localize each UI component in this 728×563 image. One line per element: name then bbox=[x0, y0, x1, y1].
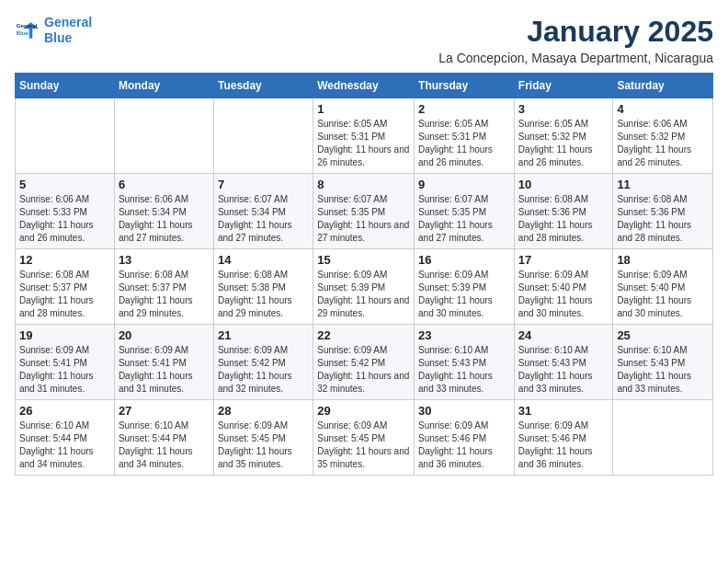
day-number: 17 bbox=[518, 253, 609, 267]
day-cell: 4Sunrise: 6:06 AM Sunset: 5:32 PM Daylig… bbox=[613, 98, 713, 174]
day-number: 23 bbox=[418, 328, 510, 342]
day-info: Sunrise: 6:09 AM Sunset: 5:40 PM Dayligh… bbox=[617, 269, 709, 320]
week-row-3: 12Sunrise: 6:08 AM Sunset: 5:37 PM Dayli… bbox=[16, 249, 713, 325]
day-cell: 7Sunrise: 6:07 AM Sunset: 5:34 PM Daylig… bbox=[213, 174, 313, 249]
header: General Blue General Blue January 2025 L… bbox=[15, 15, 713, 65]
col-header-saturday: Saturday bbox=[613, 74, 713, 98]
day-cell: 17Sunrise: 6:09 AM Sunset: 5:40 PM Dayli… bbox=[514, 249, 613, 325]
day-cell: 18Sunrise: 6:09 AM Sunset: 5:40 PM Dayli… bbox=[613, 249, 713, 325]
logo: General Blue General Blue bbox=[15, 15, 92, 46]
day-number: 2 bbox=[418, 102, 510, 116]
day-number: 14 bbox=[218, 253, 309, 267]
day-cell: 21Sunrise: 6:09 AM Sunset: 5:42 PM Dayli… bbox=[213, 325, 313, 400]
col-header-friday: Friday bbox=[514, 74, 613, 98]
day-info: Sunrise: 6:09 AM Sunset: 5:46 PM Dayligh… bbox=[518, 419, 609, 471]
logo-text: General Blue bbox=[44, 15, 92, 46]
day-number: 12 bbox=[19, 253, 110, 267]
day-number: 3 bbox=[518, 102, 609, 116]
day-number: 22 bbox=[317, 328, 410, 342]
week-row-2: 5Sunrise: 6:06 AM Sunset: 5:33 PM Daylig… bbox=[16, 174, 713, 249]
month-title: January 2025 bbox=[438, 15, 713, 49]
col-header-tuesday: Tuesday bbox=[213, 74, 313, 98]
day-number: 9 bbox=[418, 178, 510, 191]
col-header-monday: Monday bbox=[114, 74, 213, 98]
day-number: 8 bbox=[317, 178, 410, 191]
day-info: Sunrise: 6:05 AM Sunset: 5:31 PM Dayligh… bbox=[418, 118, 510, 169]
col-header-sunday: Sunday bbox=[16, 74, 115, 98]
day-number: 31 bbox=[518, 404, 609, 418]
day-info: Sunrise: 6:09 AM Sunset: 5:41 PM Dayligh… bbox=[119, 344, 210, 396]
day-info: Sunrise: 6:06 AM Sunset: 5:34 PM Dayligh… bbox=[119, 193, 210, 245]
day-cell: 10Sunrise: 6:08 AM Sunset: 5:36 PM Dayli… bbox=[514, 174, 613, 249]
day-cell: 1Sunrise: 6:05 AM Sunset: 5:31 PM Daylig… bbox=[313, 98, 415, 174]
day-cell: 30Sunrise: 6:09 AM Sunset: 5:46 PM Dayli… bbox=[415, 400, 515, 476]
day-info: Sunrise: 6:09 AM Sunset: 5:39 PM Dayligh… bbox=[418, 269, 510, 320]
day-cell bbox=[213, 98, 313, 174]
week-row-1: 1Sunrise: 6:05 AM Sunset: 5:31 PM Daylig… bbox=[16, 98, 713, 174]
day-info: Sunrise: 6:09 AM Sunset: 5:45 PM Dayligh… bbox=[218, 419, 309, 471]
day-cell bbox=[16, 98, 115, 174]
logo-line2: Blue bbox=[44, 30, 72, 45]
day-number: 26 bbox=[19, 404, 110, 418]
day-info: Sunrise: 6:09 AM Sunset: 5:39 PM Dayligh… bbox=[317, 269, 410, 320]
day-cell: 19Sunrise: 6:09 AM Sunset: 5:41 PM Dayli… bbox=[16, 325, 115, 400]
location-title: La Concepcion, Masaya Department, Nicara… bbox=[438, 51, 713, 65]
day-cell: 13Sunrise: 6:08 AM Sunset: 5:37 PM Dayli… bbox=[114, 249, 213, 325]
day-number: 6 bbox=[119, 178, 210, 191]
logo-line1: General bbox=[44, 15, 92, 29]
day-info: Sunrise: 6:10 AM Sunset: 5:43 PM Dayligh… bbox=[617, 344, 709, 396]
col-header-thursday: Thursday bbox=[415, 74, 515, 98]
day-info: Sunrise: 6:05 AM Sunset: 5:31 PM Dayligh… bbox=[317, 118, 410, 169]
day-cell: 22Sunrise: 6:09 AM Sunset: 5:42 PM Dayli… bbox=[313, 325, 415, 400]
day-info: Sunrise: 6:09 AM Sunset: 5:40 PM Dayligh… bbox=[518, 269, 609, 320]
day-info: Sunrise: 6:08 AM Sunset: 5:38 PM Dayligh… bbox=[218, 269, 309, 320]
day-info: Sunrise: 6:09 AM Sunset: 5:45 PM Dayligh… bbox=[317, 419, 410, 471]
day-cell: 5Sunrise: 6:06 AM Sunset: 5:33 PM Daylig… bbox=[16, 174, 115, 249]
calendar-table: SundayMondayTuesdayWednesdayThursdayFrid… bbox=[15, 73, 713, 476]
day-cell: 9Sunrise: 6:07 AM Sunset: 5:35 PM Daylig… bbox=[415, 174, 515, 249]
day-info: Sunrise: 6:05 AM Sunset: 5:32 PM Dayligh… bbox=[518, 118, 609, 169]
day-number: 10 bbox=[518, 178, 609, 191]
day-info: Sunrise: 6:08 AM Sunset: 5:37 PM Dayligh… bbox=[19, 269, 110, 320]
day-info: Sunrise: 6:07 AM Sunset: 5:35 PM Dayligh… bbox=[418, 193, 510, 245]
day-number: 21 bbox=[218, 328, 309, 342]
day-info: Sunrise: 6:09 AM Sunset: 5:42 PM Dayligh… bbox=[317, 344, 410, 396]
day-info: Sunrise: 6:07 AM Sunset: 5:35 PM Dayligh… bbox=[317, 193, 410, 245]
svg-text:Blue: Blue bbox=[17, 29, 29, 36]
day-number: 18 bbox=[617, 253, 709, 267]
day-info: Sunrise: 6:10 AM Sunset: 5:43 PM Dayligh… bbox=[518, 344, 609, 396]
day-cell: 23Sunrise: 6:10 AM Sunset: 5:43 PM Dayli… bbox=[415, 325, 515, 400]
day-number: 24 bbox=[518, 328, 609, 342]
day-info: Sunrise: 6:10 AM Sunset: 5:44 PM Dayligh… bbox=[19, 419, 110, 471]
day-info: Sunrise: 6:09 AM Sunset: 5:41 PM Dayligh… bbox=[19, 344, 110, 396]
day-cell: 24Sunrise: 6:10 AM Sunset: 5:43 PM Dayli… bbox=[514, 325, 613, 400]
day-number: 29 bbox=[317, 404, 410, 418]
day-info: Sunrise: 6:10 AM Sunset: 5:43 PM Dayligh… bbox=[418, 344, 510, 396]
day-cell: 14Sunrise: 6:08 AM Sunset: 5:38 PM Dayli… bbox=[213, 249, 313, 325]
day-info: Sunrise: 6:08 AM Sunset: 5:37 PM Dayligh… bbox=[119, 269, 210, 320]
day-info: Sunrise: 6:08 AM Sunset: 5:36 PM Dayligh… bbox=[617, 193, 709, 245]
day-info: Sunrise: 6:10 AM Sunset: 5:44 PM Dayligh… bbox=[119, 419, 210, 471]
day-info: Sunrise: 6:09 AM Sunset: 5:46 PM Dayligh… bbox=[418, 419, 510, 471]
day-info: Sunrise: 6:06 AM Sunset: 5:33 PM Dayligh… bbox=[19, 193, 110, 245]
day-cell: 27Sunrise: 6:10 AM Sunset: 5:44 PM Dayli… bbox=[114, 400, 213, 476]
day-number: 27 bbox=[119, 404, 210, 418]
day-number: 5 bbox=[19, 178, 110, 191]
day-number: 28 bbox=[218, 404, 309, 418]
logo-icon: General Blue bbox=[15, 17, 40, 43]
day-number: 30 bbox=[418, 404, 510, 418]
week-row-4: 19Sunrise: 6:09 AM Sunset: 5:41 PM Dayli… bbox=[16, 325, 713, 400]
col-header-wednesday: Wednesday bbox=[313, 74, 415, 98]
day-cell: 29Sunrise: 6:09 AM Sunset: 5:45 PM Dayli… bbox=[313, 400, 415, 476]
day-number: 13 bbox=[119, 253, 210, 267]
day-number: 7 bbox=[218, 178, 309, 191]
title-area: January 2025 La Concepcion, Masaya Depar… bbox=[438, 15, 713, 65]
day-number: 19 bbox=[19, 328, 110, 342]
svg-text:General: General bbox=[17, 22, 38, 29]
day-cell: 16Sunrise: 6:09 AM Sunset: 5:39 PM Dayli… bbox=[415, 249, 515, 325]
day-info: Sunrise: 6:07 AM Sunset: 5:34 PM Dayligh… bbox=[218, 193, 309, 245]
day-cell: 25Sunrise: 6:10 AM Sunset: 5:43 PM Dayli… bbox=[613, 325, 713, 400]
week-row-5: 26Sunrise: 6:10 AM Sunset: 5:44 PM Dayli… bbox=[16, 400, 713, 476]
day-number: 20 bbox=[119, 328, 210, 342]
day-number: 16 bbox=[418, 253, 510, 267]
